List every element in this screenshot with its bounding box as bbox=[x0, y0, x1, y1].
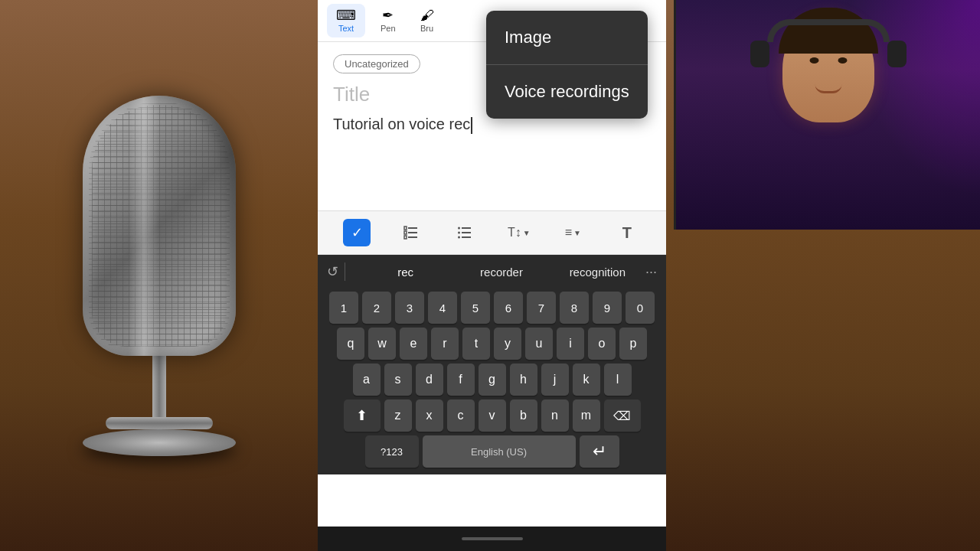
enter-key[interactable]: ↵ bbox=[580, 435, 619, 468]
left-panel bbox=[0, 0, 318, 551]
pen-tool-button[interactable]: ✒ Pen bbox=[371, 4, 405, 37]
eyes bbox=[809, 57, 847, 64]
number-row: 1 2 3 4 5 6 7 8 9 0 bbox=[319, 292, 665, 324]
key-n[interactable]: n bbox=[541, 399, 569, 432]
ear-cup-right bbox=[887, 41, 906, 67]
pen-icon: ✒ bbox=[382, 8, 394, 22]
phone-bottom-bar bbox=[318, 527, 666, 551]
webcam-person bbox=[676, 0, 980, 230]
key-t[interactable]: t bbox=[462, 328, 490, 360]
key-f[interactable]: f bbox=[447, 364, 475, 396]
svg-rect-8 bbox=[462, 236, 471, 238]
key-h[interactable]: h bbox=[510, 364, 537, 396]
svg-rect-6 bbox=[462, 227, 471, 229]
key-0[interactable]: 0 bbox=[626, 292, 655, 324]
key-y[interactable]: y bbox=[494, 328, 521, 360]
brush-icon: 🖌 bbox=[420, 8, 434, 22]
microphone-arm bbox=[106, 417, 213, 429]
pen-tool-label: Pen bbox=[381, 24, 396, 33]
qwerty-row: q w e r t y u i o p bbox=[319, 328, 665, 360]
voice-recordings-option[interactable]: Voice recordings bbox=[486, 65, 648, 119]
svg-rect-7 bbox=[462, 232, 471, 233]
align-chevron-icon: ▼ bbox=[573, 229, 581, 237]
text-tool-button[interactable]: ⌨ Text bbox=[327, 4, 365, 37]
key-k[interactable]: k bbox=[573, 364, 600, 396]
key-3[interactable]: 3 bbox=[395, 292, 424, 324]
key-q[interactable]: q bbox=[337, 328, 364, 360]
svg-point-9 bbox=[458, 227, 460, 230]
key-1[interactable]: 1 bbox=[329, 292, 358, 324]
key-m[interactable]: m bbox=[573, 399, 600, 432]
svg-rect-1 bbox=[408, 232, 417, 233]
key-5[interactable]: 5 bbox=[461, 292, 490, 324]
text-size-chevron-icon: ▼ bbox=[523, 229, 531, 237]
svg-point-11 bbox=[458, 236, 460, 239]
key-9[interactable]: 9 bbox=[593, 292, 622, 324]
mouth bbox=[815, 84, 841, 93]
phone-container: ⌨ Text ✒ Pen 🖌 Bru Image Voice recording… bbox=[318, 0, 666, 551]
text-format-label: T bbox=[622, 224, 632, 242]
key-v[interactable]: v bbox=[479, 399, 506, 432]
autocomplete-more-icon[interactable]: ··· bbox=[645, 264, 657, 280]
key-i[interactable]: i bbox=[557, 328, 584, 360]
keyboard: 1 2 3 4 5 6 7 8 9 0 q w e r t y u i bbox=[318, 289, 666, 474]
ordered-list-button[interactable] bbox=[397, 219, 425, 246]
text-cursor bbox=[471, 117, 472, 134]
key-4[interactable]: 4 bbox=[428, 292, 457, 324]
autocomplete-word-1[interactable]: rec bbox=[358, 266, 453, 279]
key-s[interactable]: s bbox=[384, 364, 412, 396]
key-o[interactable]: o bbox=[588, 328, 616, 360]
autocomplete-word-2[interactable]: recorder bbox=[453, 266, 549, 279]
format-bar: ✓ bbox=[318, 210, 666, 255]
note-body-text: Tutorial on voice rec bbox=[333, 116, 470, 132]
brush-tool-button[interactable]: 🖌 Bru bbox=[411, 4, 443, 37]
key-x[interactable]: x bbox=[416, 399, 443, 432]
key-e[interactable]: e bbox=[400, 328, 427, 360]
ear-cup-left bbox=[750, 41, 769, 67]
text-size-button[interactable]: T↕ ▼ bbox=[505, 219, 533, 246]
image-option[interactable]: Image bbox=[486, 11, 648, 65]
right-panel bbox=[666, 0, 980, 551]
delete-key[interactable]: ⌫ bbox=[604, 399, 641, 432]
key-p[interactable]: p bbox=[619, 328, 647, 360]
key-2[interactable]: 2 bbox=[362, 292, 391, 324]
autocomplete-refresh-icon[interactable]: ↺ bbox=[327, 263, 338, 280]
headphones bbox=[767, 19, 890, 42]
svg-rect-4 bbox=[404, 231, 407, 234]
webcam-inset bbox=[674, 0, 980, 230]
text-format-button[interactable]: T bbox=[613, 219, 641, 246]
autocomplete-word-3[interactable]: recognition bbox=[550, 266, 645, 279]
key-u[interactable]: u bbox=[525, 328, 553, 360]
svg-point-10 bbox=[458, 232, 460, 234]
check-button[interactable]: ✓ bbox=[343, 219, 371, 246]
key-8[interactable]: 8 bbox=[560, 292, 589, 324]
key-z[interactable]: z bbox=[384, 399, 412, 432]
bottom-row: ?123 English (US) ↵ bbox=[319, 435, 665, 468]
symbols-key[interactable]: ?123 bbox=[365, 435, 419, 468]
key-b[interactable]: b bbox=[510, 399, 537, 432]
key-a[interactable]: a bbox=[353, 364, 381, 396]
microphone-base bbox=[83, 429, 236, 456]
unordered-list-button[interactable] bbox=[451, 219, 479, 246]
key-l[interactable]: l bbox=[604, 364, 632, 396]
microphone-grid bbox=[92, 105, 227, 347]
key-w[interactable]: w bbox=[368, 328, 396, 360]
align-button[interactable]: ≡ ▼ bbox=[559, 219, 586, 246]
key-c[interactable]: c bbox=[447, 399, 475, 432]
person-head bbox=[782, 15, 874, 122]
category-badge[interactable]: Uncategorized bbox=[333, 54, 420, 73]
svg-rect-2 bbox=[408, 236, 417, 238]
space-key[interactable]: English (US) bbox=[423, 435, 576, 468]
shift-key[interactable]: ⬆ bbox=[344, 399, 381, 432]
align-label: ≡ bbox=[565, 226, 572, 240]
zxcv-row: ⬆ z x c v b n m ⌫ bbox=[319, 399, 665, 432]
home-indicator[interactable] bbox=[462, 537, 523, 540]
autocomplete-divider bbox=[345, 262, 345, 281]
key-7[interactable]: 7 bbox=[527, 292, 556, 324]
app-ui: ⌨ Text ✒ Pen 🖌 Bru Image Voice recording… bbox=[318, 0, 666, 527]
key-d[interactable]: d bbox=[416, 364, 443, 396]
key-r[interactable]: r bbox=[431, 328, 459, 360]
key-j[interactable]: j bbox=[541, 364, 569, 396]
key-g[interactable]: g bbox=[479, 364, 506, 396]
key-6[interactable]: 6 bbox=[494, 292, 523, 324]
